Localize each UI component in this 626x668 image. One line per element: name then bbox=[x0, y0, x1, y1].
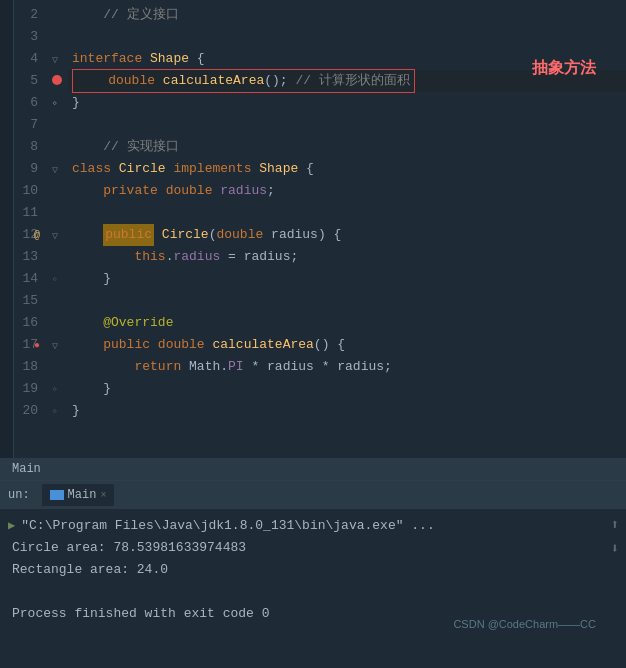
code-line-10: private double radius ; bbox=[68, 180, 626, 202]
run-tab-label: Main bbox=[68, 488, 97, 502]
run-tab-main[interactable]: Main × bbox=[42, 484, 115, 506]
tab-icon bbox=[50, 490, 64, 500]
code-line-18: return Math. PI * radius * radius; bbox=[68, 356, 626, 378]
output-text-1: "C:\Program Files\Java\jdk1.8.0_131\bin\… bbox=[21, 515, 434, 537]
watermark: CSDN @CodeCharm——CC bbox=[453, 613, 596, 635]
code-line-16: @Override bbox=[68, 312, 626, 334]
run-sidebar: ⬆ ⬇ bbox=[604, 509, 626, 641]
fold-icon-4[interactable]: ▽ bbox=[52, 54, 62, 64]
abstract-label: 抽象方法 bbox=[532, 58, 596, 79]
fold-icon-20[interactable]: ⬦ bbox=[52, 406, 62, 416]
scroll-up-button[interactable]: ⬆ bbox=[607, 517, 623, 533]
code-line-2: // 定义接口 bbox=[68, 4, 626, 26]
code-line-13: this . radius = radius; bbox=[68, 246, 626, 268]
code-line-14: } bbox=[68, 268, 626, 290]
fold-icon-9[interactable]: ▽ bbox=[52, 164, 62, 174]
run-panel: un: Main × ▶ "C:\Program Files\Java\jdk1… bbox=[0, 480, 626, 668]
fold-icon-6[interactable]: ⬦ bbox=[52, 98, 62, 108]
code-line-17: public double calculateArea () { bbox=[68, 334, 626, 356]
output-line-1: ▶ "C:\Program Files\Java\jdk1.8.0_131\bi… bbox=[8, 515, 618, 537]
output-line-3: Rectangle area: 24.0 bbox=[8, 559, 618, 581]
code-line-15 bbox=[68, 290, 626, 312]
run-arrow-icon: ▶ bbox=[8, 515, 15, 537]
output-line-4 bbox=[8, 581, 618, 603]
debug-marker-17: ● bbox=[34, 340, 40, 351]
code-line-9: class Circle implements Shape { bbox=[68, 158, 626, 180]
fold-icon-14[interactable]: ⬦ bbox=[52, 274, 62, 284]
run-output: ▶ "C:\Program Files\Java\jdk1.8.0_131\bi… bbox=[0, 509, 626, 641]
fold-icon-17[interactable]: ▽ bbox=[52, 340, 62, 350]
code-line-7 bbox=[68, 114, 626, 136]
editor-bottom-tab-bar: Main bbox=[0, 458, 626, 480]
code-line-11 bbox=[68, 202, 626, 224]
line-numbers: 2 3 4 5 6 7 8 9 10 11 12 13 14 15 16 17 … bbox=[14, 0, 46, 480]
run-tabs: un: Main × bbox=[0, 481, 626, 509]
scroll-down-button[interactable]: ⬇ bbox=[607, 541, 623, 557]
code-line-6: } bbox=[68, 92, 626, 114]
code-line-12: public Circle ( double radius ) { bbox=[68, 224, 626, 246]
editor-tab-main[interactable]: Main bbox=[4, 460, 49, 478]
code-line-3 bbox=[68, 26, 626, 48]
debug-marker-12: @ bbox=[34, 230, 40, 241]
run-label: un: bbox=[8, 488, 30, 502]
output-text-5: Process finished with exit code 0 bbox=[12, 603, 269, 625]
output-text-3: Rectangle area: 24.0 bbox=[12, 559, 168, 581]
debug-sidebar bbox=[0, 0, 14, 480]
fold-icon-19[interactable]: ⬦ bbox=[52, 384, 62, 394]
fold-icon-12[interactable]: ▽ bbox=[52, 230, 62, 240]
output-text-2: Circle area: 78.53981633974483 bbox=[12, 537, 246, 559]
code-line-8: // 实现接口 bbox=[68, 136, 626, 158]
gutter: ▽ ⬦ ▽ @ ▽ ⬦ bbox=[46, 0, 68, 480]
highlight-box: double calculateArea (); // 计算形状的面积 bbox=[72, 69, 415, 93]
output-line-2: Circle area: 78.53981633974483 bbox=[8, 537, 618, 559]
code-line-20: } bbox=[68, 400, 626, 422]
breakpoint-5[interactable] bbox=[52, 74, 62, 89]
close-tab-button[interactable]: × bbox=[100, 490, 106, 501]
code-line-19: } bbox=[68, 378, 626, 400]
editor-area: 抽象方法 2 3 4 5 6 7 8 9 10 11 12 13 14 15 1… bbox=[0, 0, 626, 480]
